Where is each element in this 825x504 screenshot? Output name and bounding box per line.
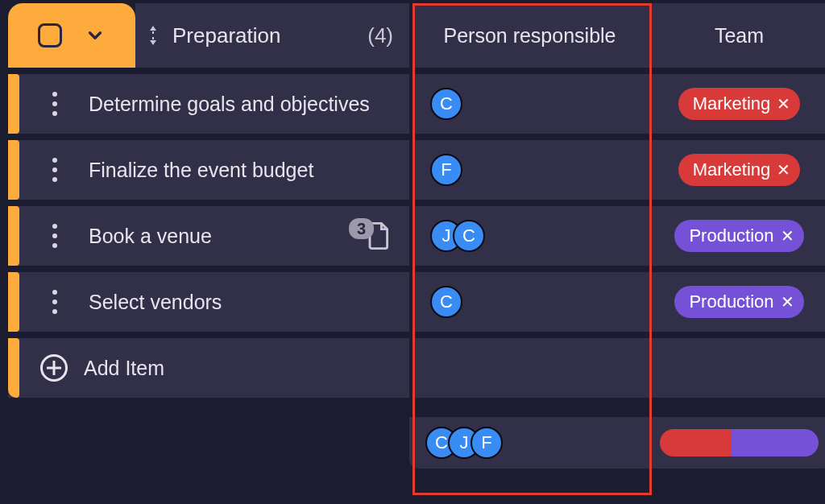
table-row: Determine goals and objectivesCMarketing… <box>8 74 825 134</box>
item-title[interactable]: Book a venue <box>89 225 349 248</box>
group-name-cell[interactable]: Preparation (4) <box>135 3 409 68</box>
team-tag-label: Production <box>689 225 773 246</box>
person-cell[interactable]: JC <box>414 206 645 266</box>
item-title[interactable]: Select vendors <box>89 291 409 314</box>
close-icon[interactable]: ✕ <box>777 94 790 114</box>
team-tag-label: Marketing <box>693 159 771 180</box>
team-distribution-bar <box>660 429 819 456</box>
person-cell[interactable]: C <box>414 272 645 332</box>
item-cell[interactable]: Book a venue3 <box>8 206 409 266</box>
board: Preparation (4) Person responsible Team … <box>8 3 825 469</box>
svg-rect-1 <box>152 37 154 39</box>
team-cell[interactable]: Marketing✕ <box>645 74 825 134</box>
add-item-team-cell[interactable] <box>645 338 825 398</box>
table-row: Finalize the event budgetFMarketing✕ <box>8 140 825 200</box>
attachment-badge[interactable]: 3 <box>349 221 392 250</box>
team-tag-label: Marketing <box>693 93 771 114</box>
add-item-person-cell[interactable] <box>414 338 645 398</box>
group-header-controls[interactable] <box>8 3 135 68</box>
attachment-count: 3 <box>349 218 374 239</box>
team-bar-segment <box>732 429 819 456</box>
item-title[interactable]: Finalize the event budget <box>89 159 409 182</box>
avatar[interactable]: C <box>453 220 485 252</box>
item-cell[interactable]: Determine goals and objectives <box>8 74 409 134</box>
summary-team-cell <box>645 417 825 469</box>
team-tag[interactable]: Production✕ <box>674 286 803 318</box>
table-row: Select vendorsCProduction✕ <box>8 272 825 332</box>
group-count: (4) <box>367 23 393 48</box>
summary-person-cell: CJF <box>409 417 645 469</box>
group-name[interactable]: Preparation <box>172 23 356 48</box>
team-tag-label: Production <box>689 291 773 312</box>
item-title[interactable]: Determine goals and objectives <box>89 93 409 116</box>
add-item-row: Add Item <box>8 338 825 398</box>
drag-handle-icon[interactable] <box>52 206 57 266</box>
svg-rect-0 <box>152 31 154 34</box>
avatar: F <box>471 427 503 459</box>
select-all-checkbox[interactable] <box>38 23 62 48</box>
close-icon[interactable]: ✕ <box>781 292 794 312</box>
group-header: Preparation (4) Person responsible Team <box>8 3 825 68</box>
avatar[interactable]: C <box>430 88 462 120</box>
team-cell[interactable]: Marketing✕ <box>645 140 825 200</box>
close-icon[interactable]: ✕ <box>777 160 790 180</box>
drag-handle-icon[interactable] <box>52 272 57 332</box>
summary-row: CJF <box>8 417 825 469</box>
table-row: Book a venue3JCProduction✕ <box>8 206 825 266</box>
team-tag[interactable]: Production✕ <box>674 220 803 252</box>
add-item-button[interactable]: Add Item <box>8 338 409 398</box>
item-cell[interactable]: Select vendors <box>8 272 409 332</box>
drag-handle-icon[interactable] <box>52 140 57 200</box>
expand-group-icon[interactable] <box>85 25 106 46</box>
person-cell[interactable]: C <box>414 74 645 134</box>
avatar[interactable]: F <box>430 154 462 186</box>
team-cell[interactable]: Production✕ <box>645 272 825 332</box>
close-icon[interactable]: ✕ <box>781 226 794 246</box>
team-bar-segment <box>660 429 732 456</box>
column-header-person[interactable]: Person responsible <box>414 3 645 68</box>
add-item-label: Add Item <box>84 357 409 380</box>
team-cell[interactable]: Production✕ <box>645 206 825 266</box>
collapse-icon[interactable] <box>145 24 161 47</box>
column-header-team[interactable]: Team <box>645 3 825 68</box>
team-tag[interactable]: Marketing✕ <box>678 154 801 186</box>
person-cell[interactable]: F <box>414 140 645 200</box>
avatar[interactable]: C <box>430 286 462 318</box>
item-cell[interactable]: Finalize the event budget <box>8 140 409 200</box>
team-tag[interactable]: Marketing✕ <box>678 88 801 120</box>
plus-icon <box>40 354 68 382</box>
drag-handle-icon[interactable] <box>52 74 57 134</box>
